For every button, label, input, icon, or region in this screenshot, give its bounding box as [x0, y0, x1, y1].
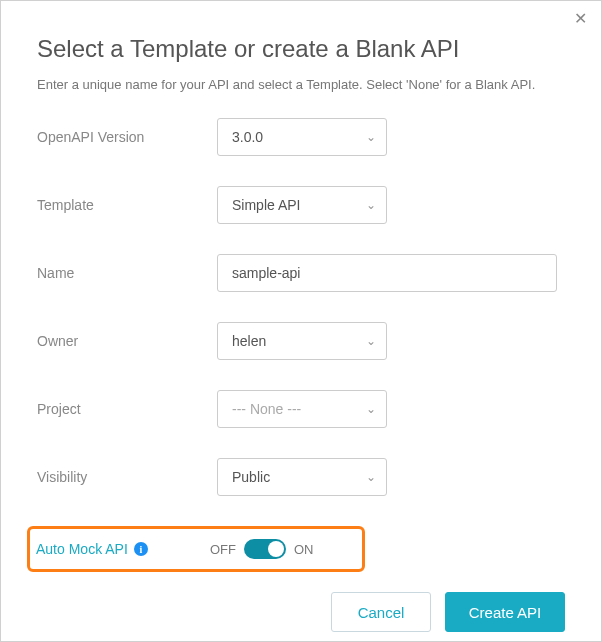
label-openapi-version: OpenAPI Version: [37, 129, 217, 145]
cancel-button[interactable]: Cancel: [331, 592, 431, 632]
label-visibility: Visibility: [37, 469, 217, 485]
chevron-down-icon: ⌄: [366, 334, 376, 348]
info-icon[interactable]: i: [134, 542, 148, 556]
select-visibility-value: Public: [232, 469, 270, 485]
label-project: Project: [37, 401, 217, 417]
create-api-button[interactable]: Create API: [445, 592, 565, 632]
input-name[interactable]: [217, 254, 557, 292]
toggle-on-label: ON: [294, 542, 314, 557]
toggle-knob: [268, 541, 284, 557]
row-project: Project --- None --- ⌄: [37, 390, 565, 428]
dialog-title: Select a Template or create a Blank API: [37, 35, 565, 63]
dialog-footer: Cancel Create API: [37, 592, 565, 632]
dialog-frame: ✕ Select a Template or create a Blank AP…: [0, 0, 602, 642]
chevron-down-icon: ⌄: [366, 198, 376, 212]
select-template[interactable]: Simple API ⌄: [217, 186, 387, 224]
select-visibility[interactable]: Public ⌄: [217, 458, 387, 496]
select-openapi-version[interactable]: 3.0.0 ⌄: [217, 118, 387, 156]
label-owner: Owner: [37, 333, 217, 349]
label-auto-mock: Auto Mock API i: [36, 541, 210, 557]
close-icon[interactable]: ✕: [574, 11, 587, 27]
row-visibility: Visibility Public ⌄: [37, 458, 565, 496]
row-template: Template Simple API ⌄: [37, 186, 565, 224]
select-openapi-version-value: 3.0.0: [232, 129, 263, 145]
label-name: Name: [37, 265, 217, 281]
toggle-auto-mock[interactable]: [244, 539, 286, 559]
select-owner-value: helen: [232, 333, 266, 349]
chevron-down-icon: ⌄: [366, 470, 376, 484]
select-project[interactable]: --- None --- ⌄: [217, 390, 387, 428]
select-template-value: Simple API: [232, 197, 300, 213]
row-openapi-version: OpenAPI Version 3.0.0 ⌄: [37, 118, 565, 156]
row-owner: Owner helen ⌄: [37, 322, 565, 360]
row-name: Name: [37, 254, 565, 292]
toggle-off-label: OFF: [210, 542, 236, 557]
chevron-down-icon: ⌄: [366, 130, 376, 144]
toggle-auto-mock-group: OFF ON: [210, 539, 314, 559]
select-owner[interactable]: helen ⌄: [217, 322, 387, 360]
select-project-value: --- None ---: [232, 401, 301, 417]
label-template: Template: [37, 197, 217, 213]
row-auto-mock-highlight: Auto Mock API i OFF ON: [27, 526, 365, 572]
dialog-content: Select a Template or create a Blank API …: [1, 1, 601, 642]
chevron-down-icon: ⌄: [366, 402, 376, 416]
label-auto-mock-text: Auto Mock API: [36, 541, 128, 557]
dialog-subtitle: Enter a unique name for your API and sel…: [37, 77, 565, 92]
